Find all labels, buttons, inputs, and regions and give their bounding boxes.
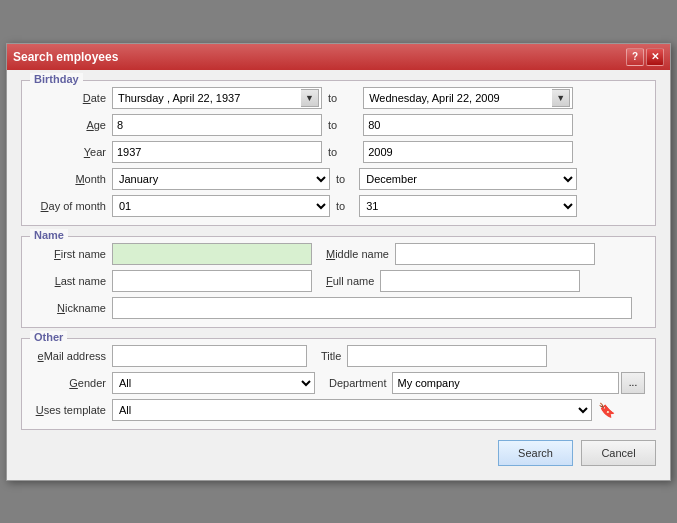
date-row: Date Thursday , April 22, 1937 ▼ to Wedn… bbox=[32, 87, 645, 109]
template-label: Uses template bbox=[32, 404, 112, 416]
template-select-container: All 🔖 bbox=[112, 399, 645, 421]
email-label: eMail address bbox=[32, 350, 112, 362]
age-to-label: to bbox=[328, 119, 337, 131]
dept-input[interactable] bbox=[392, 372, 619, 394]
year-to-input[interactable] bbox=[363, 141, 573, 163]
day-row: Day of month 01 02 03 04 05 to 01 15 31 bbox=[32, 195, 645, 217]
year-to-label: to bbox=[328, 146, 337, 158]
year-label: Year bbox=[32, 146, 112, 158]
date-to-field[interactable]: Wednesday, April 22, 2009 ▼ bbox=[363, 87, 573, 109]
day-to-select[interactable]: 01 15 31 bbox=[359, 195, 577, 217]
middle-name-input[interactable] bbox=[395, 243, 595, 265]
first-name-label: First name bbox=[32, 248, 112, 260]
date-to-text: Wednesday, April 22, 2009 bbox=[366, 92, 550, 104]
year-from-input[interactable] bbox=[112, 141, 322, 163]
dept-label: Department bbox=[329, 377, 386, 389]
month-label: Month bbox=[32, 173, 112, 185]
first-name-input[interactable] bbox=[112, 243, 312, 265]
day-to-label: to bbox=[336, 200, 345, 212]
date-from-text: Thursday , April 22, 1937 bbox=[115, 92, 299, 104]
date-to-label: to bbox=[328, 92, 337, 104]
date-from-field[interactable]: Thursday , April 22, 1937 ▼ bbox=[112, 87, 322, 109]
title-bar-left: Search employees bbox=[13, 50, 118, 64]
gender-dept-row: Gender All Male Female Department ... bbox=[32, 372, 645, 394]
title-label: Title bbox=[321, 350, 341, 362]
age-from-input[interactable] bbox=[112, 114, 322, 136]
name-section-label: Name bbox=[30, 229, 68, 241]
dialog-content: Birthday Date Thursday , April 22, 1937 … bbox=[7, 70, 670, 480]
last-full-row: Last name Full name bbox=[32, 270, 645, 292]
button-row: Search Cancel bbox=[21, 440, 656, 470]
main-window: Search employees ? ✕ Birthday Date Thurs… bbox=[6, 43, 671, 481]
close-button[interactable]: ✕ bbox=[646, 48, 664, 66]
window-title: Search employees bbox=[13, 50, 118, 64]
gender-label: Gender bbox=[32, 377, 112, 389]
age-label: Age bbox=[32, 119, 112, 131]
other-section: Other eMail address Title Gender All Mal… bbox=[21, 338, 656, 430]
email-input[interactable] bbox=[112, 345, 307, 367]
email-title-row: eMail address Title bbox=[32, 345, 645, 367]
middle-name-label: Middle name bbox=[326, 248, 389, 260]
nickname-input[interactable] bbox=[112, 297, 632, 319]
cancel-button[interactable]: Cancel bbox=[581, 440, 656, 466]
age-row: Age to bbox=[32, 114, 645, 136]
dept-field-container: ... bbox=[392, 372, 645, 394]
month-to-label: to bbox=[336, 173, 345, 185]
last-name-label: Last name bbox=[32, 275, 112, 287]
day-label: Day of month bbox=[32, 200, 112, 212]
gender-select[interactable]: All Male Female bbox=[112, 372, 315, 394]
help-button[interactable]: ? bbox=[626, 48, 644, 66]
full-name-label: Full name bbox=[326, 275, 374, 287]
other-section-label: Other bbox=[30, 331, 67, 343]
last-name-input[interactable] bbox=[112, 270, 312, 292]
name-section: Name First name Middle name Last name Fu… bbox=[21, 236, 656, 328]
full-name-input[interactable] bbox=[380, 270, 580, 292]
dept-browse-button[interactable]: ... bbox=[621, 372, 645, 394]
date-to-picker[interactable]: ▼ bbox=[552, 89, 570, 107]
template-icon[interactable]: 🔖 bbox=[596, 400, 616, 420]
birthday-section: Birthday Date Thursday , April 22, 1937 … bbox=[21, 80, 656, 226]
birthday-section-label: Birthday bbox=[30, 73, 83, 85]
title-bar: Search employees ? ✕ bbox=[7, 44, 670, 70]
year-row: Year to bbox=[32, 141, 645, 163]
title-bar-controls: ? ✕ bbox=[626, 48, 664, 66]
month-from-select[interactable]: January February March April May June Ju… bbox=[112, 168, 330, 190]
date-label: Date bbox=[32, 92, 112, 104]
template-select[interactable]: All bbox=[112, 399, 592, 421]
first-middle-row: First name Middle name bbox=[32, 243, 645, 265]
nickname-label: Nickname bbox=[32, 302, 112, 314]
nickname-row: Nickname bbox=[32, 297, 645, 319]
month-row: Month January February March April May J… bbox=[32, 168, 645, 190]
age-to-input[interactable] bbox=[363, 114, 573, 136]
search-button[interactable]: Search bbox=[498, 440, 573, 466]
date-from-picker[interactable]: ▼ bbox=[301, 89, 319, 107]
day-from-select[interactable]: 01 02 03 04 05 bbox=[112, 195, 330, 217]
template-row: Uses template All 🔖 bbox=[32, 399, 645, 421]
title-input[interactable] bbox=[347, 345, 547, 367]
month-to-select[interactable]: January February March April May June Ju… bbox=[359, 168, 577, 190]
